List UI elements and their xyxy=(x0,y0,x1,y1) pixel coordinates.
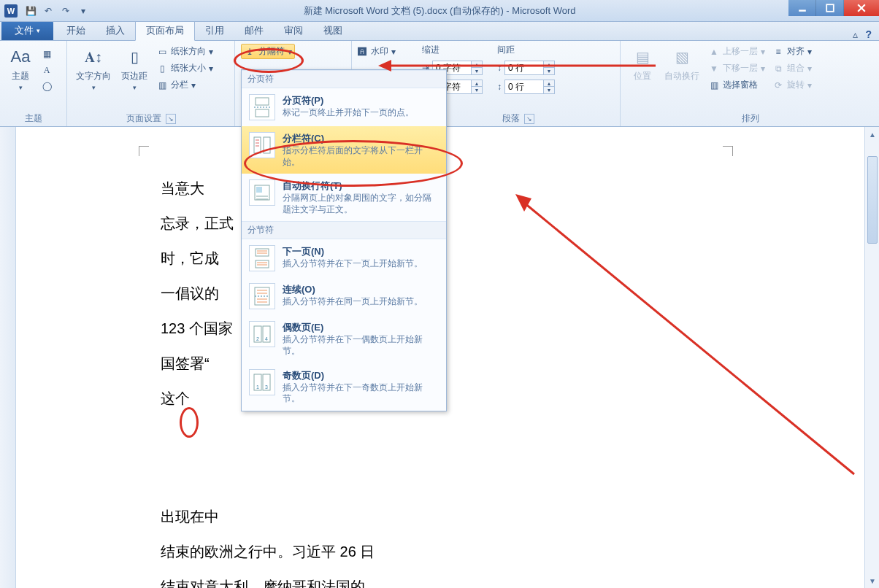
theme-effects-icon[interactable]: ◯ xyxy=(39,79,54,93)
word-app-icon: W xyxy=(4,4,18,18)
columns-icon: ▥ xyxy=(156,80,168,91)
svg-rect-12 xyxy=(256,260,269,268)
wrap-text-icon: ▧ xyxy=(670,45,694,69)
space-after-input[interactable] xyxy=(505,80,543,93)
space-before-spinner[interactable]: ▲▼ xyxy=(504,61,555,75)
space-before-input[interactable] xyxy=(505,61,543,74)
save-icon[interactable]: 💾 xyxy=(23,4,38,18)
menu-item-next-page-section[interactable]: 下一页(N)插入分节符并在下一页上开始新节。 xyxy=(242,239,446,277)
selection-pane-button[interactable]: ▥选择窗格 xyxy=(707,77,767,93)
paper-size-button[interactable]: ▯纸张大小 ▾ xyxy=(155,61,215,76)
wrap-break-icon xyxy=(249,179,275,206)
column-break-icon xyxy=(249,132,275,158)
qat-customize-icon[interactable]: ▾ xyxy=(76,4,91,18)
tab-insert[interactable]: 插入 xyxy=(96,21,135,40)
even-page-icon: 24 xyxy=(249,321,275,347)
send-backward-icon: ▼ xyxy=(708,63,720,74)
svg-text:2: 2 xyxy=(256,336,259,341)
menu-item-column-break[interactable]: 分栏符(C)指示分栏符后面的文字将从下一栏开始。 xyxy=(242,126,446,174)
wrap-text-button: ▧ 自动换行 xyxy=(661,44,702,84)
tab-home[interactable]: 开始 xyxy=(56,21,96,40)
continuous-icon xyxy=(249,283,275,309)
menu-item-page-break[interactable]: 分页符(P)标记一页终止并开始下一页的点。 xyxy=(242,88,446,126)
margins-button[interactable]: ▯ 页边距▾ xyxy=(118,44,150,93)
next-page-icon xyxy=(249,245,275,271)
svg-rect-4 xyxy=(256,98,269,105)
section-breaks-header: 分节符 xyxy=(242,221,446,239)
orientation-icon: ▭ xyxy=(156,46,168,58)
page-setup-launcher[interactable]: ↘ xyxy=(166,114,176,124)
text-direction-button[interactable]: 𝐀↕ 文字方向▾ xyxy=(73,44,114,93)
vertical-scrollbar[interactable]: ▲ ▼ xyxy=(864,127,879,588)
page-corner xyxy=(139,146,149,156)
send-backward-button: ▼下移一层 ▾ xyxy=(707,61,767,76)
theme-fonts-icon[interactable]: A xyxy=(39,63,54,77)
tab-view[interactable]: 视图 xyxy=(313,21,353,40)
svg-rect-10 xyxy=(256,187,262,193)
svg-rect-5 xyxy=(256,109,269,117)
ribbon-tabs: 文件▾ 开始 插入 页面布局 引用 邮件 审阅 视图 ▵ ? xyxy=(0,22,879,41)
space-after-spinner[interactable]: ▲▼ xyxy=(504,80,555,94)
quick-access-toolbar: 💾 ↶ ↷ ▾ xyxy=(23,4,91,18)
document-text[interactable]: 出现在中 结束的欧洲之行中。习近平 26 日 结束对意大利、摩纳哥和法国的 xyxy=(161,499,375,588)
page-breaks-header: 分页符 xyxy=(242,70,446,88)
menu-item-continuous-section[interactable]: 连续(O)插入分节符并在同一页上开始新节。 xyxy=(242,277,446,315)
indent-left-down[interactable]: ▼ xyxy=(472,68,482,74)
scroll-up-icon[interactable]: ▲ xyxy=(865,127,879,142)
menu-item-even-page-section[interactable]: 24 偶数页(E)插入分节符并在下一偶数页上开始新节。 xyxy=(242,315,446,363)
breaks-button[interactable]: ⤓分隔符 ▾ xyxy=(241,44,295,59)
rotate-icon: ⟳ xyxy=(772,80,784,91)
breaks-icon: ⤓ xyxy=(244,46,256,58)
align-button[interactable]: ≡对齐 ▾ xyxy=(771,44,813,59)
svg-text:3: 3 xyxy=(265,384,268,390)
spacing-label: 间距 xyxy=(497,44,555,56)
indent-left-up[interactable]: ▲ xyxy=(472,61,482,68)
file-tab[interactable]: 文件▾ xyxy=(1,21,53,40)
menu-item-text-wrapping-break[interactable]: 自动换行符(T)分隔网页上的对象周围的文字，如分隔题注文字与正文。 xyxy=(242,174,446,221)
minimize-ribbon-icon[interactable]: ▵ xyxy=(853,28,858,40)
menu-item-odd-page-section[interactable]: 13 奇数页(D)插入分节符并在下一奇数页上开始新节。 xyxy=(242,363,446,411)
svg-text:4: 4 xyxy=(265,336,268,341)
svg-text:1: 1 xyxy=(256,384,259,390)
redo-icon[interactable]: ↷ xyxy=(58,4,73,18)
odd-page-icon: 13 xyxy=(249,369,275,395)
help-icon[interactable]: ? xyxy=(865,28,872,40)
tab-review[interactable]: 审阅 xyxy=(274,21,313,40)
window-title: 新建 Microsoft Word 文档 (5).docx (自动保存的) - … xyxy=(0,4,879,18)
svg-rect-8 xyxy=(264,137,270,153)
undo-icon[interactable]: ↶ xyxy=(41,4,55,18)
group-paragraph-label: 段落 xyxy=(502,112,520,125)
group-page-setup-label: 页面设置 xyxy=(126,112,161,125)
bring-forward-icon: ▲ xyxy=(708,46,720,58)
tab-mailings[interactable]: 邮件 xyxy=(234,21,274,40)
group-arrange-label: 排列 xyxy=(628,111,873,125)
scrollbar-thumb[interactable] xyxy=(867,156,878,244)
tab-page-layout[interactable]: 页面布局 xyxy=(135,20,195,41)
position-button: ▤ 位置 xyxy=(628,44,657,84)
minimize-button[interactable] xyxy=(788,0,816,16)
group-objects-button: ⧉组合 ▾ xyxy=(771,61,813,76)
vertical-ruler xyxy=(0,127,16,588)
columns-button[interactable]: ▥分栏 ▾ xyxy=(155,77,215,93)
title-bar: W 💾 ↶ ↷ ▾ 新建 Microsoft Word 文档 (5).docx … xyxy=(0,0,879,22)
orientation-button[interactable]: ▭纸张方向 ▾ xyxy=(155,44,215,59)
group-themes-label: 主题 xyxy=(6,111,61,125)
position-icon: ▤ xyxy=(631,45,654,69)
size-icon: ▯ xyxy=(156,63,168,74)
align-icon: ≡ xyxy=(772,46,784,58)
watermark-icon: 🅰 xyxy=(356,46,368,58)
text-direction-icon: 𝐀↕ xyxy=(82,45,105,69)
theme-colors-icon[interactable]: ▦ xyxy=(39,47,54,61)
space-after-icon: ↕ xyxy=(497,82,502,92)
maximize-button[interactable] xyxy=(816,0,844,16)
tab-references[interactable]: 引用 xyxy=(195,21,234,40)
watermark-button[interactable]: 🅰水印 ▾ xyxy=(355,44,397,59)
close-button[interactable] xyxy=(844,0,879,16)
margins-icon: ▯ xyxy=(123,45,146,69)
scroll-down-icon[interactable]: ▼ xyxy=(865,573,879,588)
paragraph-launcher[interactable]: ↘ xyxy=(524,114,534,124)
page-break-icon xyxy=(249,94,275,120)
indent-label: 缩进 xyxy=(422,44,483,56)
window-controls xyxy=(788,0,879,16)
themes-button[interactable]: Aa 主题▾ xyxy=(6,44,35,93)
